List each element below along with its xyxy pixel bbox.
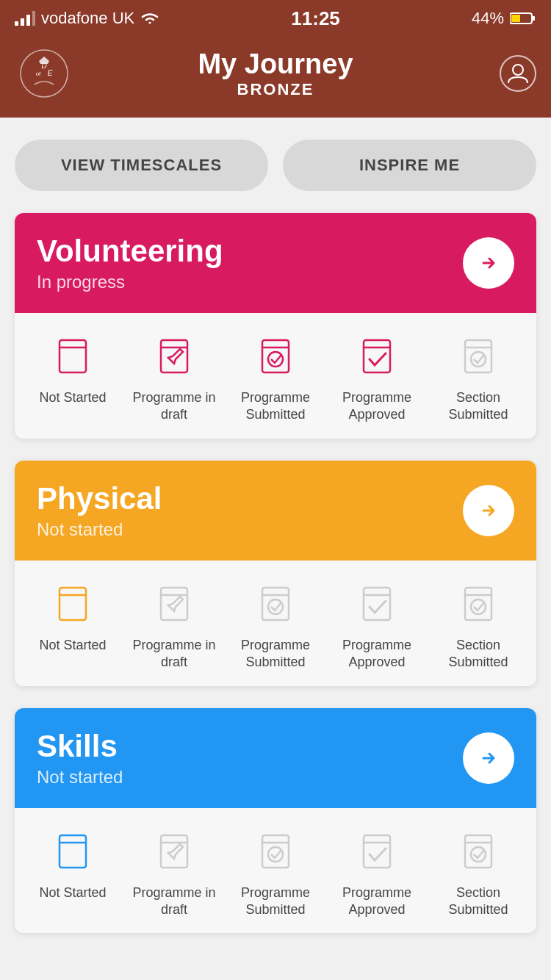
- svg-rect-19: [364, 340, 390, 372]
- skills-status: Not started: [37, 767, 123, 788]
- svg-point-35: [471, 599, 486, 614]
- skills-section-submitted-label: Section Submitted: [428, 884, 529, 919]
- svg-point-47: [471, 847, 486, 862]
- signal-icon: [15, 11, 35, 26]
- skills-not-started-label: Not Started: [39, 884, 106, 901]
- svg-rect-36: [60, 835, 86, 868]
- phys-status-not-started: Not Started: [22, 578, 123, 654]
- svg-point-30: [268, 599, 283, 614]
- inspire-me-button[interactable]: INSPIRE ME: [283, 140, 536, 191]
- volunteering-status: In progress: [37, 272, 223, 292]
- view-timescales-button[interactable]: VIEW TIMESCALES: [15, 140, 268, 191]
- vol-approved-label: Programme Approved: [326, 389, 428, 424]
- skills-status-programme-approved: Programme Approved: [326, 826, 428, 919]
- vol-status-programme-draft: Programme in draft: [123, 331, 225, 424]
- skills-status-programme-submitted: Programme Submitted: [225, 826, 326, 919]
- header-title-group: My Journey BRONZE: [198, 48, 353, 99]
- carrier-text: vodafone UK: [41, 9, 134, 28]
- vol-status-programme-approved: Programme Approved: [326, 331, 428, 424]
- skills-approved-icon: [351, 826, 403, 877]
- skills-draft-icon: [148, 826, 200, 877]
- svg-rect-2: [26, 15, 30, 26]
- skills-title: Skills: [37, 729, 123, 764]
- skills-status-programme-draft: Programme in draft: [123, 826, 225, 919]
- skills-header[interactable]: Skills Not started: [15, 708, 536, 808]
- action-buttons-row: VIEW TIMESCALES INSPIRE ME: [15, 140, 536, 191]
- status-bar: vodafone UK 11:25 44%: [0, 0, 551, 37]
- arrow-right-icon: [476, 746, 501, 771]
- vol-not-started-label: Not Started: [39, 389, 106, 406]
- physical-title: Physical: [37, 481, 162, 516]
- page-title: My Journey: [198, 48, 353, 80]
- skills-submitted-label: Programme Submitted: [225, 884, 326, 919]
- svg-text:of: of: [36, 71, 41, 77]
- vol-section-submitted-icon: [453, 331, 504, 382]
- status-right: 44%: [472, 9, 536, 28]
- phys-status-programme-approved: Programme Approved: [326, 578, 428, 671]
- volunteering-header[interactable]: Volunteering In progress: [15, 213, 536, 313]
- arrow-right-icon: [476, 498, 501, 523]
- svg-rect-43: [364, 835, 390, 868]
- svg-rect-38: [161, 835, 187, 868]
- vol-status-programme-submitted: Programme Submitted: [225, 331, 326, 424]
- svg-rect-5: [532, 16, 535, 21]
- phys-submitted-label: Programme Submitted: [225, 637, 326, 671]
- svg-rect-6: [511, 15, 520, 22]
- skills-card: Skills Not started Not Started: [15, 708, 536, 934]
- vol-status-section-submitted: Section Submitted: [428, 331, 529, 424]
- status-left: vodafone UK: [15, 9, 159, 28]
- skills-status-row: Not Started Programme in draft: [15, 808, 536, 934]
- svg-rect-33: [465, 588, 491, 620]
- physical-card: Physical Not started Not Started: [15, 461, 536, 686]
- svg-rect-14: [161, 340, 187, 372]
- arrow-right-icon: [476, 251, 501, 275]
- skills-draft-label: Programme in draft: [123, 884, 225, 919]
- profile-icon[interactable]: [500, 55, 536, 92]
- svg-point-11: [513, 65, 523, 75]
- svg-rect-12: [60, 340, 86, 372]
- vol-draft-label: Programme in draft: [123, 389, 225, 424]
- phys-submitted-icon: [250, 578, 301, 630]
- svg-point-23: [471, 352, 486, 367]
- vol-not-started-icon: [47, 331, 98, 382]
- physical-arrow[interactable]: [463, 485, 514, 536]
- wifi-icon: [140, 11, 159, 26]
- volunteering-arrow[interactable]: [463, 237, 514, 289]
- vol-submitted-label: Programme Submitted: [225, 389, 326, 424]
- phys-not-started-label: Not Started: [39, 637, 106, 654]
- svg-point-42: [268, 847, 283, 862]
- dofe-logo-icon: D of E: [18, 48, 70, 99]
- vol-submitted-icon: [250, 331, 301, 382]
- volunteering-status-row: Not Started Programme in draft: [15, 313, 536, 439]
- svg-rect-40: [262, 835, 289, 868]
- svg-rect-45: [465, 835, 491, 868]
- phys-status-programme-submitted: Programme Submitted: [225, 578, 326, 671]
- phys-draft-icon: [148, 578, 200, 630]
- profile-area[interactable]: [478, 55, 536, 92]
- status-time: 11:25: [291, 7, 340, 30]
- main-content: VIEW TIMESCALES INSPIRE ME Volunteering …: [0, 118, 551, 962]
- physical-status: Not started: [37, 519, 162, 540]
- phys-section-submitted-label: Section Submitted: [428, 637, 529, 671]
- physical-header[interactable]: Physical Not started: [15, 461, 536, 561]
- volunteering-title: Volunteering: [37, 234, 223, 269]
- skills-submitted-icon: [250, 826, 301, 877]
- skills-arrow[interactable]: [463, 732, 514, 784]
- phys-draft-label: Programme in draft: [123, 637, 225, 671]
- svg-rect-24: [60, 588, 86, 620]
- vol-status-not-started: Not Started: [22, 331, 123, 406]
- app-logo: D of E: [15, 44, 73, 103]
- svg-rect-21: [465, 340, 491, 372]
- vol-approved-icon: [351, 331, 403, 382]
- skills-not-started-icon: [47, 826, 98, 877]
- svg-rect-1: [21, 18, 24, 26]
- page-subtitle: BRONZE: [198, 80, 353, 99]
- volunteering-card: Volunteering In progress Not Started: [15, 213, 536, 439]
- vol-section-submitted-label: Section Submitted: [428, 389, 529, 424]
- phys-section-submitted-icon: [453, 578, 504, 630]
- phys-status-section-submitted: Section Submitted: [428, 578, 529, 671]
- skills-section-submitted-icon: [453, 826, 504, 877]
- svg-rect-28: [262, 588, 289, 620]
- svg-rect-0: [15, 21, 18, 26]
- phys-approved-icon: [351, 578, 403, 630]
